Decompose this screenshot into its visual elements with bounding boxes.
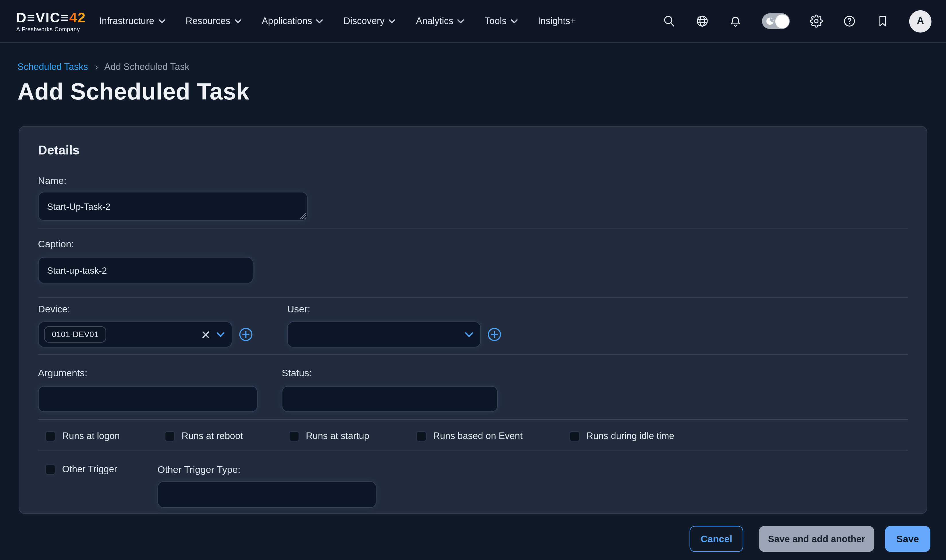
checkbox-label: Runs at reboot xyxy=(182,431,243,442)
device-chip: 0101-DEV01 xyxy=(44,326,106,343)
divider xyxy=(38,451,908,451)
breadcrumb-current: Add Scheduled Task xyxy=(105,62,189,72)
app-root: D≡VIC≡42 A Freshworks Company Infrastruc… xyxy=(0,0,946,560)
checkbox-item-runs-based-on-event: Runs based on Event xyxy=(416,431,570,442)
nav-label: Insights+ xyxy=(538,16,576,27)
form-actions: Cancel Save and add another Save xyxy=(0,526,930,552)
nav-label: Infrastructure xyxy=(99,16,154,27)
arguments-input[interactable] xyxy=(38,386,258,412)
status-label: Status: xyxy=(282,368,498,380)
checkbox-item-runs-during-idle-time: Runs during idle time xyxy=(570,431,674,442)
chevron-down-icon xyxy=(389,19,395,23)
caption-label: Caption: xyxy=(38,238,908,250)
user-label: User: xyxy=(287,303,501,315)
toggle-knob xyxy=(775,14,789,28)
other-trigger-type-input[interactable] xyxy=(157,481,376,508)
save-button[interactable]: Save xyxy=(885,526,930,552)
user-select[interactable] xyxy=(287,322,481,347)
top-nav-bar: D≡VIC≡42 A Freshworks Company Infrastruc… xyxy=(0,0,946,43)
chevron-down-icon xyxy=(158,19,165,23)
globe-icon[interactable] xyxy=(696,15,709,28)
section-title: Details xyxy=(38,142,908,158)
logo-wordmark: D≡VIC≡42 xyxy=(16,10,86,25)
status-input[interactable] xyxy=(282,386,498,412)
device42-logo[interactable]: D≡VIC≡42 A Freshworks Company xyxy=(16,10,86,32)
add-device-button[interactable] xyxy=(239,328,252,342)
moon-icon xyxy=(764,16,775,27)
runs-at-startup-checkbox[interactable] xyxy=(289,431,299,442)
chevron-down-icon xyxy=(317,19,323,23)
nav-item-tools[interactable]: Tools xyxy=(485,16,517,27)
details-panel: Details Name: Caption: Device: 0101-DEV0… xyxy=(18,126,928,514)
bookmark-icon[interactable] xyxy=(876,15,889,28)
top-nav-right: A xyxy=(663,10,932,32)
runs-based-on-event-checkbox[interactable] xyxy=(416,431,426,442)
checkbox-label: Other Trigger xyxy=(62,464,117,475)
chevron-down-icon xyxy=(511,19,517,23)
arguments-label: Arguments: xyxy=(38,368,282,380)
settings-gear-icon[interactable] xyxy=(809,15,823,28)
checkbox-item-other-trigger: Other Trigger xyxy=(45,464,157,475)
runs-at-reboot-checkbox[interactable] xyxy=(165,431,175,442)
runs-during-idle-time-checkbox[interactable] xyxy=(570,431,580,442)
name-label: Name: xyxy=(38,175,908,187)
nav-item-discovery[interactable]: Discovery xyxy=(343,16,395,27)
caption-input[interactable] xyxy=(38,257,254,284)
checkbox-item-runs-at-reboot: Runs at reboot xyxy=(165,431,289,442)
notifications-bell-icon[interactable] xyxy=(729,15,742,28)
clear-icon[interactable] xyxy=(202,331,209,338)
user-avatar[interactable]: A xyxy=(909,10,932,32)
divider xyxy=(38,297,908,298)
divider xyxy=(38,229,908,229)
cancel-button[interactable]: Cancel xyxy=(690,526,743,552)
nav-item-applications[interactable]: Applications xyxy=(262,16,323,27)
runs-at-logon-checkbox[interactable] xyxy=(45,431,55,442)
checkbox-label: Runs at startup xyxy=(306,431,369,442)
checkbox-label: Runs at logon xyxy=(62,431,120,442)
logo-tagline: A Freshworks Company xyxy=(16,26,86,32)
add-user-button[interactable] xyxy=(488,328,501,342)
page-title: Add Scheduled Task xyxy=(17,78,946,105)
main-nav: Infrastructure Resources Applications Di… xyxy=(99,16,575,27)
nav-label: Discovery xyxy=(343,16,385,27)
checkbox-item-runs-at-logon: Runs at logon xyxy=(45,431,165,442)
nav-item-resources[interactable]: Resources xyxy=(186,16,241,27)
nav-label: Resources xyxy=(186,16,231,27)
breadcrumb: Scheduled Tasks › Add Scheduled Task xyxy=(17,62,946,72)
nav-item-insights-plus[interactable]: Insights+ xyxy=(538,16,576,27)
checkbox-label: Runs during idle time xyxy=(586,431,674,442)
breadcrumb-link-scheduled-tasks[interactable]: Scheduled Tasks xyxy=(17,62,88,72)
device-select[interactable]: 0101-DEV01 xyxy=(38,322,232,347)
checkbox-label: Runs based on Event xyxy=(433,431,523,442)
nav-label: Analytics xyxy=(416,16,454,27)
chevron-down-icon xyxy=(234,19,241,23)
nav-label: Applications xyxy=(262,16,312,27)
nav-item-infrastructure[interactable]: Infrastructure xyxy=(99,16,165,27)
other-trigger-type-label: Other Trigger Type: xyxy=(157,464,376,476)
device-label: Device: xyxy=(38,303,287,315)
divider xyxy=(38,354,908,354)
logo-42: 42 xyxy=(69,9,86,25)
theme-toggle[interactable] xyxy=(762,13,790,29)
nav-item-analytics[interactable]: Analytics xyxy=(416,16,464,27)
nav-label: Tools xyxy=(485,16,506,27)
divider xyxy=(38,419,908,420)
chevron-down-icon xyxy=(457,19,464,23)
save-and-add-another-button[interactable]: Save and add another xyxy=(759,526,874,552)
help-icon[interactable] xyxy=(843,15,856,28)
checkbox-item-runs-at-startup: Runs at startup xyxy=(289,431,416,442)
breadcrumb-separator: › xyxy=(95,62,98,72)
name-input[interactable] xyxy=(38,192,308,221)
chevron-down-icon[interactable] xyxy=(217,332,225,337)
search-icon[interactable] xyxy=(663,15,676,28)
chevron-down-icon[interactable] xyxy=(465,332,473,337)
other-trigger-checkbox[interactable] xyxy=(45,464,55,474)
